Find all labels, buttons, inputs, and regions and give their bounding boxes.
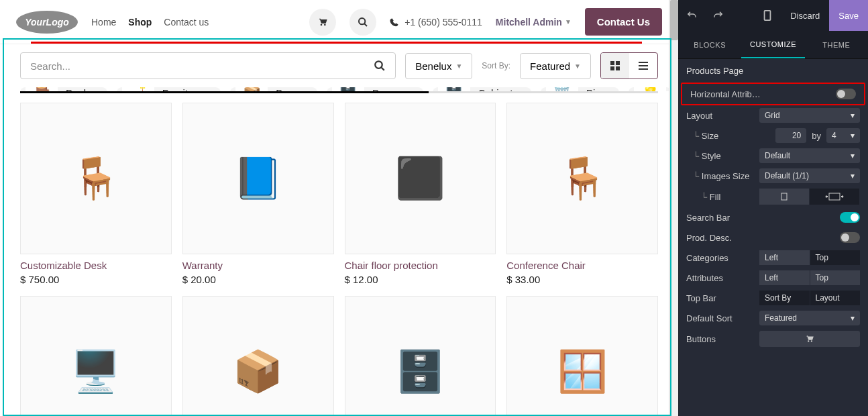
sort-label: Sort By: (482, 61, 510, 70)
product-image: 📦 (182, 296, 334, 416)
product-card[interactable]: 🪟 (506, 296, 658, 416)
buttons-cart-option[interactable] (759, 331, 860, 347)
product-card[interactable]: 📘 Warranty $ 20.00 (182, 103, 334, 285)
chevron-down-icon: ▾ (851, 131, 855, 140)
cart-icon (805, 334, 814, 344)
redo-button[interactable] (705, 0, 732, 31)
layout-select[interactable]: Grid▾ (759, 108, 860, 123)
svg-rect-6 (610, 66, 614, 70)
user-menu[interactable]: Mitchell Admin ▼ (496, 17, 572, 28)
categories-left-button[interactable]: Left (759, 250, 810, 265)
svg-point-0 (359, 18, 365, 24)
discard-button[interactable]: Discard (781, 0, 829, 31)
categories-top-button[interactable]: Top (810, 250, 861, 265)
searchbar-toggle[interactable] (840, 212, 860, 223)
product-card[interactable]: 🪑 Customizable Desk $ 750.00 (20, 103, 172, 285)
cover-icon (825, 193, 844, 201)
product-image: 📘 (182, 103, 334, 254)
tab-customize[interactable]: CUSTOMIZE (741, 31, 804, 58)
fill-cover-button[interactable] (810, 189, 860, 205)
cols-select[interactable]: 4▾ (826, 128, 860, 143)
grid-view-button[interactable] (601, 53, 629, 79)
chevron-down-icon: ▼ (565, 18, 572, 25)
topbar-layout-button[interactable]: Layout (810, 291, 861, 305)
save-button[interactable]: Save (829, 0, 868, 31)
product-card[interactable]: 🪑 Conference Chair $ 33.00 (506, 103, 658, 285)
contact-us-button[interactable]: Contact Us (585, 8, 662, 36)
mobile-preview-button[interactable] (754, 0, 781, 31)
undo-icon (686, 10, 697, 21)
images-size-select[interactable]: Default (1/1)▾ (759, 168, 860, 183)
phone-text: +1 (650) 555-0111 (404, 17, 482, 28)
svg-rect-8 (639, 62, 648, 63)
chevron-down-icon: ▾ (851, 151, 855, 160)
contain-icon (777, 193, 791, 201)
region-value: Benelux (415, 60, 451, 72)
svg-rect-7 (616, 66, 620, 70)
product-image: 🗄️ (345, 296, 496, 416)
defaultsort-label: Default Sort (686, 313, 754, 323)
topbar-sortby-button[interactable]: Sort By (759, 291, 810, 305)
phone-icon (390, 17, 399, 27)
categories-position: Left Top (759, 250, 860, 265)
phone-number: +1 (650) 555-0111 (390, 17, 482, 28)
tab-theme[interactable]: THEME (805, 31, 868, 58)
site-logo[interactable]: YourLogo (16, 11, 78, 34)
main-nav: Home Shop Contact us (91, 17, 209, 28)
drop-indicator (31, 42, 642, 44)
attributes-left-button[interactable]: Left (759, 270, 810, 285)
size-input[interactable] (775, 128, 806, 143)
style-label: Style (686, 151, 754, 161)
svg-rect-13 (829, 193, 840, 200)
svg-rect-4 (610, 61, 614, 65)
attributes-top-button[interactable]: Top (810, 270, 861, 285)
images-size-label: Images Size (686, 171, 754, 181)
mobile-icon (763, 10, 771, 21)
topbar-row-label: Top Bar (686, 293, 754, 303)
defaultsort-select[interactable]: Featured▾ (759, 311, 860, 325)
tab-blocks[interactable]: BLOCKS (678, 31, 741, 58)
product-grid: 🪑 Customizable Desk $ 750.00 📘 Warranty … (0, 103, 678, 416)
svg-rect-5 (616, 61, 620, 65)
product-card[interactable]: 📦 (182, 296, 334, 416)
grid-icon (610, 60, 620, 71)
attributes-position: Left Top (759, 270, 860, 285)
horizontal-attrib-toggle[interactable] (836, 89, 856, 99)
searchbar-label: Search Bar (686, 213, 834, 223)
site-header: YourLogo Home Shop Contact us +1 (650) 5… (0, 0, 678, 44)
category-scroll-indicator (20, 91, 658, 93)
style-select[interactable]: Default▾ (759, 148, 860, 163)
list-icon (638, 60, 649, 71)
nav-shop[interactable]: Shop (128, 17, 152, 28)
highlighted-option: Horizontal Attrib… (681, 83, 865, 105)
product-card[interactable]: ⬛ Chair floor protection $ 12.00 (345, 103, 496, 285)
region-dropdown[interactable]: Benelux ▼ (405, 53, 472, 79)
product-image: 🪑 (506, 103, 658, 254)
product-price: $ 33.00 (506, 274, 658, 285)
fill-contain-button[interactable] (759, 189, 810, 205)
sort-dropdown[interactable]: Featured ▼ (520, 53, 591, 79)
svg-rect-12 (781, 193, 787, 200)
search-input[interactable] (30, 60, 374, 72)
attributes-row-label: Attributes (686, 273, 754, 283)
shop-toolbar: Benelux ▼ Sort By: Featured ▼ (0, 44, 678, 87)
search-box[interactable] (20, 52, 396, 79)
product-name: Chair floor protection (345, 260, 496, 271)
svg-rect-10 (639, 68, 648, 70)
list-view-button[interactable] (629, 53, 657, 79)
undo-button[interactable] (678, 0, 705, 31)
size-by: by (812, 131, 821, 141)
editor-tabs: BLOCKS CUSTOMIZE THEME (678, 31, 868, 59)
chevron-down-icon: ▼ (574, 62, 581, 70)
cart-button[interactable] (309, 9, 336, 36)
product-card[interactable]: 🗄️ (345, 296, 496, 416)
product-card[interactable]: 🖥️ (20, 296, 172, 416)
nav-contact[interactable]: Contact us (164, 17, 209, 28)
product-name: Customizable Desk (20, 260, 172, 271)
main-scrollbar[interactable] (669, 0, 678, 416)
svg-rect-11 (765, 11, 771, 20)
fill-label: Fill (686, 192, 754, 202)
proddesc-toggle[interactable] (840, 232, 860, 243)
search-button[interactable] (349, 9, 376, 36)
nav-home[interactable]: Home (91, 17, 116, 28)
